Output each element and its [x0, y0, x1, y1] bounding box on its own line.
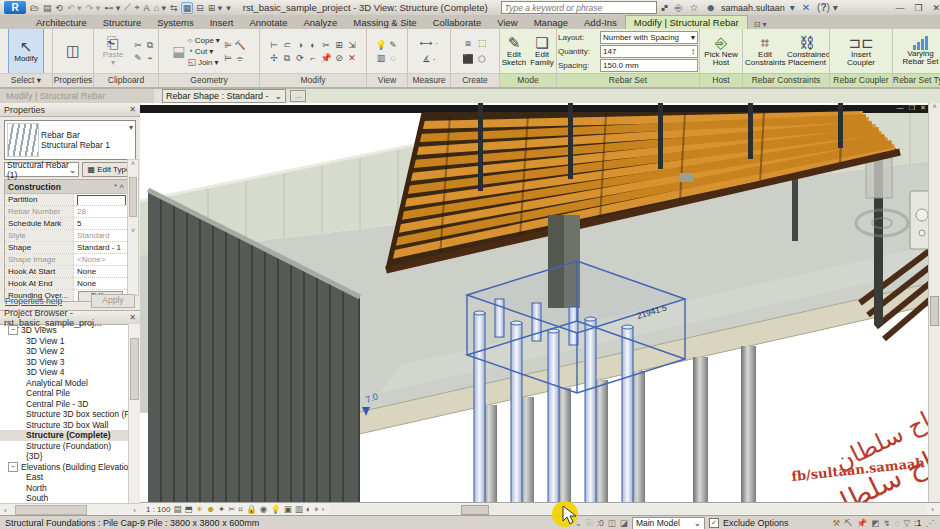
text-icon[interactable]: A — [143, 3, 151, 13]
group-header-construction[interactable]: Construction* ˄ — [5, 180, 127, 194]
isolate-icon[interactable]: ◌ — [390, 53, 395, 63]
redo-icon[interactable]: ↷ ▾ — [85, 3, 102, 13]
hide-icon[interactable]: ▥ — [377, 53, 386, 63]
spacing-input[interactable]: 150.0 mm — [600, 59, 698, 72]
tree-item[interactable]: North — [0, 483, 128, 494]
create-parts-icon[interactable]: ⬛ — [462, 54, 473, 64]
search-binoculars-icon[interactable]: 🙾 — [660, 2, 670, 14]
pin-icon[interactable]: 📌 — [320, 53, 331, 63]
properties-help-link[interactable]: Properties help — [5, 296, 62, 306]
options-more-button[interactable]: … — [290, 90, 306, 102]
shadows-icon[interactable]: ☻ — [206, 504, 215, 514]
undo-icon[interactable]: ↶ ▾ — [66, 3, 83, 13]
close-hidden-windows-icon[interactable]: ⊟ — [195, 3, 205, 13]
close-project-browser-icon[interactable]: ✕ — [129, 313, 136, 322]
select-underlay-icon[interactable]: ⛏ — [844, 518, 853, 528]
create-assembly-icon[interactable]: ⬡ — [478, 54, 486, 64]
quantity-input[interactable]: 147↕ — [600, 45, 698, 58]
close-icon[interactable]: ✕ — [932, 3, 940, 13]
trim-icon[interactable]: ⌐ — [310, 53, 315, 63]
search-input[interactable] — [501, 1, 657, 14]
tree-item-elevations[interactable]: −Elevations (Building Elevation — [0, 462, 128, 473]
tag-icon[interactable]: ⌖ — [134, 2, 141, 13]
collapse-icon[interactable]: − — [8, 325, 18, 335]
element-filter-combo[interactable]: Structural Rebar (1)⌄ — [4, 162, 79, 177]
tree-item-structure-complete[interactable]: Structure (Complete) — [0, 430, 128, 441]
tree-item[interactable]: Central Pile — [0, 388, 128, 399]
tab-systems[interactable]: Systems — [149, 16, 201, 29]
scrollbar-thumb[interactable] — [130, 338, 139, 400]
move-icon[interactable]: ✢ — [270, 53, 278, 63]
align-icon[interactable]: ⊢ — [270, 40, 278, 50]
sun-path-icon[interactable]: ☀ — [196, 504, 204, 514]
varying-rebar-set-button[interactable]: Varying Rebar Set — [898, 29, 940, 73]
property-row[interactable]: Schedule Mark 5 — [5, 218, 127, 230]
tree-item[interactable]: Structure 3D box Wall — [0, 420, 128, 431]
open-icon[interactable]: 🗁 — [29, 3, 40, 13]
match-properties-icon[interactable]: ⌁ — [147, 53, 152, 63]
tree-item[interactable]: Central Pile - 3D — [0, 399, 128, 410]
constraints-display-icon[interactable]: ⌖ — [314, 504, 319, 515]
rotate-icon[interactable]: ⟳ — [296, 53, 304, 63]
switch-windows-icon[interactable]: ⊞ ▾ — [207, 3, 224, 13]
resize-grip-icon[interactable]: ⋰ — [926, 518, 935, 528]
design-option-combo[interactable]: Main Model⌄ — [632, 517, 705, 529]
tab-massing-site[interactable]: Massing & Site — [345, 16, 424, 29]
canvas-vscrollbar[interactable]: ˄ — [928, 103, 940, 503]
user-dropdown-icon[interactable]: ▾ — [788, 2, 797, 13]
sign-in-icon[interactable]: ⎆ — [673, 2, 685, 14]
revit-app-button[interactable]: R — [4, 1, 26, 14]
save-icon[interactable]: ▤ — [42, 3, 53, 13]
scroll-right-icon[interactable]: › — [129, 506, 140, 515]
ribbon-state-icon[interactable]: ⊡ ▾ — [748, 20, 773, 29]
editable-only-icon[interactable]: ◫ — [608, 518, 616, 528]
tree-item-3d-views[interactable]: −3D Views — [0, 325, 128, 336]
insert-coupler-button[interactable]: ⊐⊏ Insert Coupler — [838, 29, 884, 73]
3d-view-structure[interactable]: 7.0 21941.5 سماح سلطان fb/sultaan.samaah… — [140, 103, 940, 515]
collapse-icon[interactable]: − — [8, 462, 18, 472]
demolish-icon[interactable]: 🔨 — [234, 40, 245, 50]
measure-between-icon[interactable]: ⟷ · — [420, 38, 438, 48]
partition-input[interactable] — [77, 195, 126, 205]
temporary-hide-icon[interactable]: ◉ — [260, 504, 267, 514]
lock-3d-view-icon[interactable]: 🔒 — [246, 504, 257, 514]
select-by-face-icon[interactable]: ◩ — [871, 518, 879, 528]
tree-item[interactable]: 3D View 3 — [0, 357, 128, 368]
tab-insert[interactable]: Insert — [202, 16, 242, 29]
beam-joins-icon[interactable]: ⊨ — [224, 53, 232, 63]
scroll-left-icon[interactable]: ‹ — [0, 506, 11, 515]
create-group-icon[interactable]: ⧈ — [465, 38, 471, 48]
scrollbar-thumb[interactable] — [15, 505, 87, 515]
mirror-axis-icon[interactable]: ◑ — [297, 40, 302, 50]
3d-view-icon[interactable]: ⌂ ▾ — [153, 3, 167, 13]
tab-add-ins[interactable]: Add-Ins — [576, 16, 625, 29]
detail-level-icon[interactable]: ▤ — [173, 504, 181, 514]
properties-palette-button[interactable]: ◫ — [56, 29, 90, 73]
scrollbar-thumb[interactable] — [129, 177, 137, 217]
tab-modify-structural-rebar[interactable]: Modify | Structural Rebar — [625, 15, 748, 29]
edit-constraints-button[interactable]: ⌗ Edit Constraints — [745, 29, 785, 73]
minimize-icon[interactable]: — — [895, 3, 904, 13]
create-similar-icon[interactable]: ⬚ — [478, 38, 487, 48]
tab-collaborate[interactable]: Collaborate — [425, 16, 490, 29]
close-properties-icon[interactable]: ✕ — [129, 105, 136, 114]
unjoin-icon[interactable]: ⌯ — [236, 53, 243, 63]
spinner-icon[interactable]: ↕ — [691, 47, 695, 56]
modify-tool-button[interactable]: ↖ Modify — [8, 29, 44, 73]
tree-item[interactable]: 3D View 1 — [0, 336, 128, 347]
tab-view[interactable]: View — [489, 16, 525, 29]
edit-sketch-button[interactable]: ✎ Edit Sketch — [501, 29, 527, 73]
maximize-icon[interactable]: ❐ — [914, 3, 922, 13]
tree-item[interactable]: 3D View 2 — [0, 346, 128, 357]
tab-analyze[interactable]: Analyze — [295, 16, 345, 29]
layout-select[interactable]: Number with Spacing▾ — [600, 31, 698, 44]
view-scale[interactable]: 1 : 100 — [146, 505, 170, 514]
panel-label-select[interactable]: Select ▾ — [0, 73, 52, 87]
help-icon[interactable]: (?) ▾ — [815, 2, 840, 13]
override-icon[interactable]: ✎ — [389, 40, 397, 50]
tab-manage[interactable]: Manage — [526, 16, 576, 29]
copy-icon[interactable]: ⧉ — [284, 53, 290, 63]
property-row[interactable]: Partition — [5, 194, 127, 206]
customize-qat-icon[interactable]: ▾ — [225, 3, 232, 13]
reveal-hidden-icon[interactable]: 💡 — [270, 504, 281, 514]
